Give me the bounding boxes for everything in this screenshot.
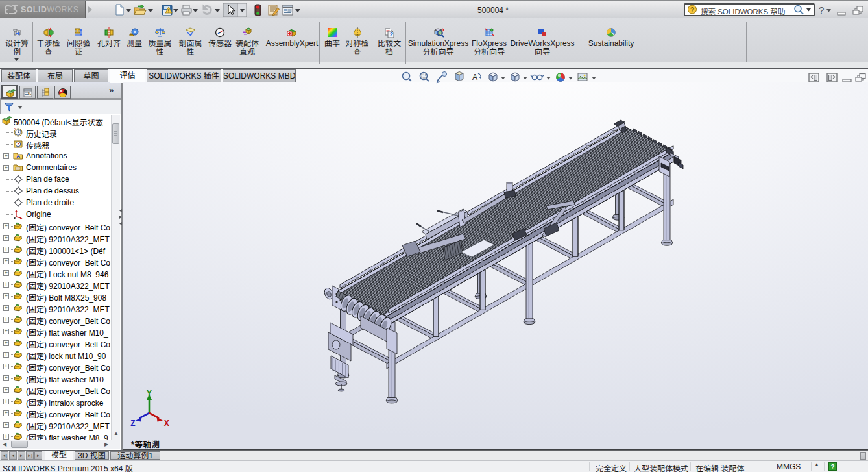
svg-text:A: A (16, 153, 21, 160)
svg-text:?: ? (690, 6, 695, 14)
svg-text:X: X (164, 419, 169, 429)
svg-text:?: ? (819, 5, 824, 16)
svg-text:Y: Y (147, 389, 152, 399)
svg-text:2: 2 (390, 31, 393, 38)
svg-text:A: A (472, 73, 477, 82)
svg-text:Z: Z (130, 419, 136, 429)
svg-text:SOLIDWORKS: SOLIDWORKS (21, 5, 78, 14)
